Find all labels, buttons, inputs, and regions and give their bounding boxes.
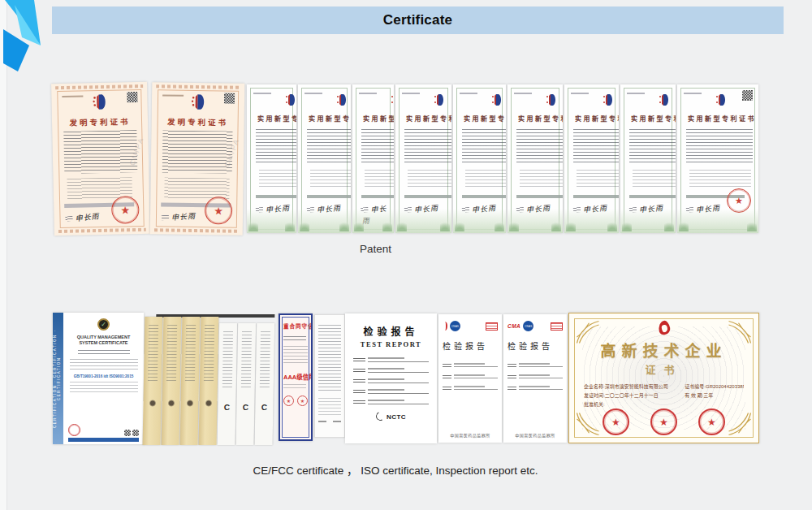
invention-patent-certificate: 发明专利证书 CNIPA 申长雨 [150, 82, 245, 236]
qr-codes [124, 430, 139, 436]
text-lines [222, 331, 233, 388]
red-stamp-icon [551, 322, 563, 331]
stacked-certificate [162, 317, 182, 445]
redacted-bar [516, 195, 563, 198]
serial-line [627, 93, 645, 94]
cnipa-logo-icon [434, 93, 444, 106]
serial-line [359, 93, 377, 94]
serial-line [684, 93, 702, 94]
serial-line [571, 93, 589, 94]
inspection-report: CNAS 检验报告 中国兽医药品监察所 [438, 314, 502, 443]
qr-code [127, 92, 137, 102]
utility-patent-certificate: 实用新型专利证书 申长雨 [247, 84, 296, 233]
certificates-row: CERTIFICATION · CERTIFICATION · CERTIFIC… [53, 309, 759, 447]
inspection-report-title: 检验报告 [508, 339, 563, 352]
gem-logo-icon [0, 0, 45, 75]
text-lines [318, 325, 341, 393]
red-seals-row [569, 408, 758, 435]
field-label [443, 375, 451, 378]
field-label [508, 387, 516, 390]
certificate-title: 发明专利证书 [52, 115, 148, 128]
aaa-credit-certificate: 重合同守信用 AAA级信用 ★ ★ [279, 313, 313, 441]
text-line [318, 421, 326, 422]
certificate-title: 实用新型专利证书 [688, 114, 756, 123]
red-star-seal: ★ [283, 395, 294, 406]
certificate-title: 实用新型专利证书 [575, 114, 619, 123]
stacked-certificate: C [218, 323, 238, 445]
text-lines [204, 325, 214, 382]
field-value [519, 386, 563, 390]
test-report-subtitle: TEST REPORT [345, 340, 437, 348]
credit-title: 重合同守信用 [283, 322, 308, 330]
field-company: 企业名称:深圳市澳安智能科技有限公司 [584, 382, 678, 390]
seal-mark [186, 400, 193, 407]
form-row [353, 400, 429, 404]
iso-certificate-body: ✓ QUALITY MANAGEMENT SYSTEM CERTIFICATE … [63, 313, 144, 444]
text-lines [577, 170, 619, 189]
field-value [368, 400, 429, 404]
field-value [454, 363, 498, 367]
form-row [508, 374, 563, 378]
seal-mark [167, 400, 175, 407]
field-value [519, 363, 563, 367]
section-header-banner: Certificate [52, 6, 784, 34]
form-row [443, 363, 498, 367]
certificate-title: 实用新型专利证书 [309, 114, 351, 123]
red-star-seal [650, 408, 677, 435]
inspection-report: CMA CNAS 检验报告 中国兽医药品监察所 [503, 314, 567, 443]
form-row [508, 363, 563, 367]
lace-border [55, 84, 143, 89]
form-row [353, 389, 429, 394]
serial-line [304, 93, 322, 94]
serial-line [402, 93, 420, 94]
text-lines [78, 350, 130, 356]
utility-patent-certificate: 实用新型专利证书 申长雨 [508, 84, 563, 233]
green-footer-ornament [247, 209, 296, 233]
cnipa-logo-icon [659, 93, 669, 106]
cnas-logo-icon: CNAS [450, 321, 460, 331]
text-lines [256, 129, 296, 165]
credit-seals: ★ ★ [283, 395, 308, 406]
gold-corner-ornament-icon [576, 320, 600, 344]
report-rows [443, 363, 498, 390]
field-validity: 有 效 期:三年 [685, 391, 744, 399]
stacked-certificate: C [255, 323, 275, 445]
form-row [508, 386, 563, 390]
green-footer-ornament [677, 209, 758, 233]
lace-border [156, 84, 240, 89]
text-lines [465, 170, 506, 189]
text-lines [629, 129, 676, 165]
redacted-bar [404, 195, 451, 198]
utility-patent-certificate: 实用新型专利证书 申长雨 [564, 84, 619, 233]
utility-patent-certificate: 实用新型专利证书 申长雨 [395, 84, 451, 233]
ce-mark: C [218, 403, 235, 412]
seal-mark [149, 400, 156, 407]
redacted-bar [462, 195, 506, 198]
field-label [443, 387, 451, 390]
field-label [443, 364, 451, 367]
form-row [353, 378, 429, 383]
text-lines [462, 129, 506, 165]
iso-certificate: CERTIFICATION · CERTIFICATION · CERTIFIC… [53, 313, 144, 444]
red-star-seal [603, 408, 629, 435]
field-label [353, 400, 365, 404]
utility-patent-certificate: 实用新型专利证书 申长雨 [453, 84, 506, 233]
report-rows [508, 363, 563, 390]
cnipa-logo-icon [391, 93, 394, 106]
text-lines [283, 384, 306, 388]
test-report-title: 检验报告 [345, 324, 437, 338]
red-seal [68, 424, 80, 436]
high-tech-enterprise-certificate: 高新技术企业 证书 企业名称:深圳市澳安智能科技有限公司 证书编号:GR2020… [568, 313, 759, 443]
red-star-seal [698, 408, 725, 435]
text-lines [283, 346, 308, 365]
green-footer-ornament [508, 209, 563, 233]
text-lines [318, 398, 341, 416]
certificate-title: 实用新型专利证书 [257, 114, 296, 123]
text-lines [404, 129, 451, 165]
serial-line [253, 93, 271, 94]
section-title: Certificate [383, 12, 452, 28]
issuing-authority: 中国兽医药品监察所 [438, 432, 502, 438]
field-label [508, 364, 516, 367]
credit-grade: AAA级信用 [283, 372, 308, 381]
qr-code [124, 430, 131, 436]
